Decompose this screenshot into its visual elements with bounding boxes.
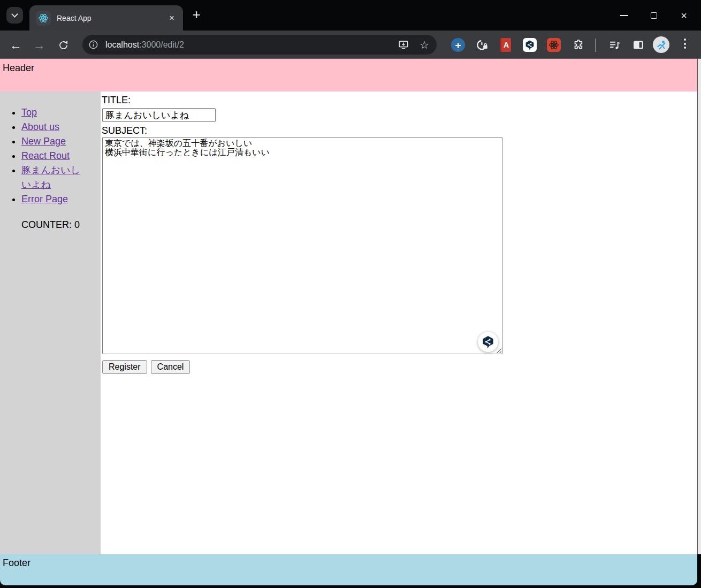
cancel-button[interactable]: Cancel: [151, 360, 191, 374]
forward-button[interactable]: →: [32, 38, 46, 52]
list-item: New Page: [21, 134, 84, 149]
extension-timer-lock-icon[interactable]: [475, 38, 489, 52]
tab-search-button[interactable]: [6, 7, 23, 24]
subject-label: SUBJECT:: [102, 125, 697, 136]
sidebar: Top About us New Page React Rout 豚まんおいしい…: [0, 91, 101, 554]
list-item: Top: [21, 105, 84, 120]
minimize-icon: [620, 15, 628, 16]
tab-title: React App: [57, 14, 166, 22]
maximize-button[interactable]: [639, 5, 669, 26]
sidebar-link-top[interactable]: Top: [21, 107, 37, 118]
title-label: TITLE:: [102, 95, 697, 106]
maximize-icon: [651, 12, 657, 19]
sidebar-link-error-page[interactable]: Error Page: [21, 194, 68, 204]
title-input[interactable]: [102, 108, 216, 122]
subject-textarea[interactable]: 東京では、神楽坂の五十番がおいしい 横浜中華街に行ったときには江戸清もいい: [102, 137, 502, 354]
side-panel-button[interactable]: [631, 38, 646, 52]
reload-icon: [58, 40, 69, 51]
url-path: :3000/edit/2: [139, 40, 184, 49]
register-button[interactable]: Register: [102, 360, 147, 374]
back-button[interactable]: ←: [9, 38, 22, 52]
list-item: React Rout: [21, 149, 84, 163]
list-item: 豚まんおいしいよね: [21, 163, 84, 192]
browser-tab[interactable]: React App ×: [29, 5, 183, 30]
browser-toolbar: ← → localhost:3000/edit/2 ☆: [0, 30, 701, 59]
browser-window: React App × + × ← →: [0, 0, 701, 588]
extension-blue-plus-icon[interactable]: +: [451, 38, 465, 52]
site-info-icon[interactable]: [88, 39, 99, 50]
main-content: TITLE: SUBJECT: 東京では、神楽坂の五十番がおいしい 横浜中華街に…: [101, 91, 697, 554]
toolbar-separator: [595, 39, 596, 52]
textarea-wrapper: 東京では、神楽坂の五十番がおいしい 横浜中華街に行ったときには江戸清もいい: [102, 137, 502, 354]
window-controls: ×: [609, 0, 699, 30]
form-buttons: Register Cancel: [102, 360, 697, 374]
media-playlist-button[interactable]: [607, 38, 622, 52]
tab-close-icon[interactable]: ×: [166, 12, 178, 24]
extension-dictionary-icon[interactable]: A: [500, 38, 511, 52]
sidebar-link-butaman[interactable]: 豚まんおいしいよね: [21, 165, 80, 190]
extensions-puzzle-icon[interactable]: [572, 38, 585, 52]
sidebar-link-about-us[interactable]: About us: [21, 121, 59, 132]
deepl-overlay-button[interactable]: [478, 332, 498, 352]
new-tab-button[interactable]: +: [188, 7, 204, 23]
extension-react-devtools-icon[interactable]: [547, 38, 561, 52]
profile-avatar[interactable]: [653, 36, 669, 53]
reload-button[interactable]: [56, 38, 70, 52]
close-icon: ×: [681, 10, 687, 21]
install-app-icon[interactable]: [398, 39, 409, 51]
bookmark-star-icon[interactable]: ☆: [420, 39, 429, 51]
list-item: Error Page: [21, 192, 84, 207]
close-button[interactable]: ×: [669, 5, 699, 26]
counter-label: COUNTER: 0: [21, 219, 101, 231]
url-host: localhost: [105, 40, 139, 49]
address-bar[interactable]: localhost:3000/edit/2 ☆: [82, 35, 437, 55]
list-item: About us: [21, 120, 84, 134]
sidebar-link-new-page[interactable]: New Page: [21, 136, 66, 147]
tab-strip: React App × + ×: [0, 0, 701, 30]
page-footer: Footer: [0, 554, 697, 585]
sidebar-link-react-rout[interactable]: React Rout: [21, 150, 70, 161]
avatar-image: [653, 36, 669, 53]
desktop-edge-sliver: [697, 59, 701, 554]
back-icon: ←: [10, 39, 22, 51]
minimize-button[interactable]: [609, 5, 639, 26]
extension-deepl-icon[interactable]: [523, 38, 537, 52]
page-header: Header: [0, 59, 697, 91]
chevron-down-icon: [11, 11, 18, 18]
react-favicon-icon: [36, 11, 51, 26]
url-text: localhost:3000/edit/2: [105, 40, 398, 50]
browser-menu-button[interactable]: [684, 39, 686, 49]
nav-list: Top About us New Page React Rout 豚まんおいしい…: [0, 105, 101, 207]
forward-icon: →: [33, 39, 45, 51]
deepl-icon: [481, 335, 495, 349]
